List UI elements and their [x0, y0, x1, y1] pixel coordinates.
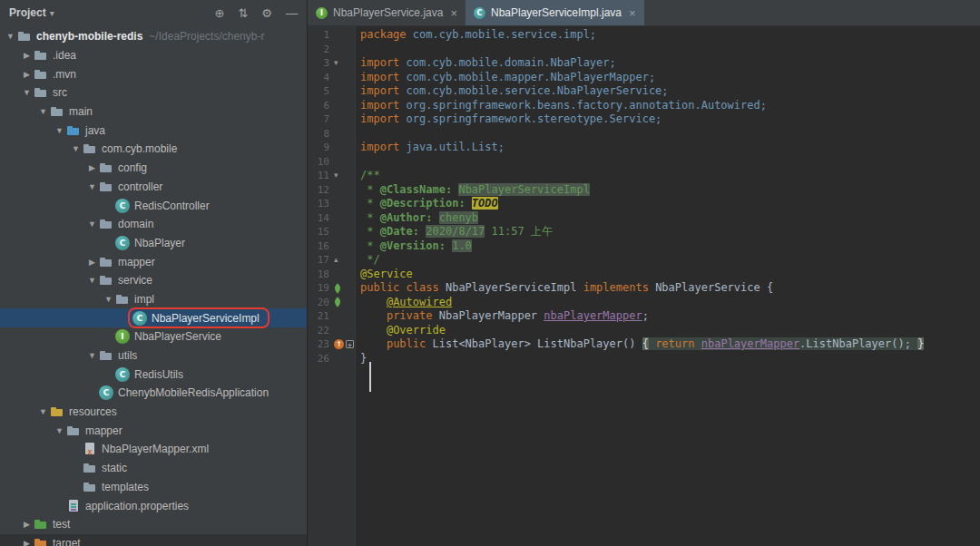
code-line[interactable]: private NbaPlayerMapper nbaPlayerMapper; [356, 309, 980, 324]
fold-expand-icon[interactable]: + [346, 340, 354, 348]
fold-chevron-down-icon[interactable]: ▾ [334, 59, 338, 67]
line-number[interactable]: 26 [308, 353, 329, 365]
close-tab-icon[interactable]: × [450, 7, 457, 19]
code-line[interactable]: @Service [356, 268, 980, 282]
tree-item-chenybmobileredisapplication[interactable]: ChenybMobileRedisApplication [0, 384, 307, 403]
chevron-expanded-icon[interactable]: ▼ [102, 295, 115, 304]
code-line[interactable]: * @Description: TODO [356, 197, 980, 211]
tree-item-java[interactable]: ▼java [0, 121, 307, 140]
tree-item-src[interactable]: ▼src [0, 83, 307, 102]
chevron-expanded-icon[interactable]: ▼ [69, 144, 83, 153]
code-line[interactable] [356, 155, 980, 170]
tree-item-rediscontroller[interactable]: RedisController [0, 196, 307, 215]
line-number[interactable]: 22 [308, 325, 329, 336]
code-line[interactable]: import org.springframework.beans.factory… [356, 99, 980, 113]
tree-item-test[interactable]: ▶test [0, 515, 307, 534]
code-line[interactable]: import com.cyb.mobile.mapper.NbaPlayerMa… [356, 71, 980, 85]
sort-filter-icon[interactable]: ⇅ [238, 7, 248, 19]
line-number[interactable]: 9 [308, 141, 329, 153]
code-line[interactable]: import java.util.List; [356, 141, 980, 155]
line-number[interactable]: 15 [308, 226, 329, 238]
chevron-expanded-icon[interactable]: ▼ [85, 351, 99, 360]
chevron-expanded-icon[interactable]: ▼ [53, 126, 66, 135]
line-number[interactable]: 13 [308, 198, 329, 210]
code-line[interactable]: * @Date: 2020/8/17 11:57 上午 [356, 225, 980, 239]
line-number[interactable]: 19 [308, 282, 329, 294]
line-number[interactable]: 17 [308, 254, 329, 266]
tree-item-target[interactable]: ▶target [0, 534, 307, 546]
code-line[interactable]: } [356, 352, 980, 366]
line-number[interactable]: 2 [308, 44, 329, 55]
tree-item-service[interactable]: ▼service [0, 271, 307, 290]
line-number[interactable]: 1 [308, 29, 329, 41]
code-line[interactable]: * @ClassName: NbaPlayerServiceImpl [356, 183, 980, 198]
line-number[interactable]: 4 [308, 72, 329, 83]
code-line[interactable]: /** [356, 169, 980, 183]
hide-panel-icon[interactable]: — [286, 7, 298, 19]
tree-item-resources[interactable]: ▼resources [0, 403, 307, 422]
spring-bean-icon[interactable] [332, 283, 342, 293]
tree-item-mvn[interactable]: ▶.mvn [0, 64, 307, 83]
line-number[interactable]: 7 [308, 113, 329, 125]
line-number[interactable]: 18 [308, 268, 329, 280]
tree-item-impl[interactable]: ▼impl [0, 290, 307, 309]
tree-item-com-cyb-mobile[interactable]: ▼com.cyb.mobile [0, 140, 307, 159]
chevron-expanded-icon[interactable]: ▼ [36, 107, 50, 116]
code-line[interactable]: import com.cyb.mobile.service.NbaPlayerS… [356, 84, 980, 99]
tree-item-nbaplayerserviceimpl[interactable]: NbaPlayerServiceImpl [0, 308, 307, 327]
code-line[interactable]: * @Author: chenyb [356, 211, 980, 226]
tree-item-redisutils[interactable]: RedisUtils [0, 365, 307, 384]
chevron-expanded-icon[interactable]: ▼ [36, 407, 50, 416]
line-number[interactable]: 8 [308, 128, 329, 140]
chevron-expanded-icon[interactable]: ▼ [85, 219, 99, 229]
tab-nbaplayerserviceimpl-java[interactable]: NbaPlayerServiceImpl.java× [466, 0, 644, 25]
code-line[interactable]: * @Versiion: 1.0 [356, 239, 980, 254]
code-line[interactable]: public List<NbaPlayer> ListNbaPlayer() {… [356, 337, 980, 352]
line-number[interactable]: 5 [308, 85, 329, 97]
line-number[interactable]: 10 [308, 156, 329, 168]
spring-bean-icon[interactable] [332, 297, 342, 307]
fold-chevron-down-icon[interactable]: ▾ [334, 171, 338, 180]
chevron-collapsed-icon[interactable]: ▶ [20, 51, 34, 60]
tree-item-utils[interactable]: ▼utils [0, 346, 307, 366]
tree-item-idea[interactable]: ▶.idea [0, 46, 307, 65]
tree-item-application-properties[interactable]: application.properties [0, 496, 307, 515]
code-line[interactable]: @Override [356, 324, 980, 338]
scope-settings-icon[interactable]: ⊕ [215, 7, 225, 19]
tree-item-mapper[interactable]: ▶mapper [0, 252, 307, 271]
tree-item-main[interactable]: ▼main [0, 102, 307, 122]
close-tab-icon[interactable]: × [629, 7, 636, 19]
chevron-expanded-icon[interactable]: ▼ [85, 182, 99, 191]
chevron-collapsed-icon[interactable]: ▶ [85, 163, 99, 172]
chevron-expanded-icon[interactable]: ▼ [20, 88, 34, 97]
chevron-collapsed-icon[interactable]: ▶ [20, 520, 34, 529]
tree-item-nbaplayer[interactable]: NbaPlayer [0, 234, 307, 253]
line-number[interactable]: 3 [308, 57, 329, 69]
line-number[interactable]: 11 [308, 170, 329, 181]
tree-item-templates[interactable]: templates [0, 478, 307, 497]
line-number[interactable]: 16 [308, 240, 329, 252]
code-line[interactable] [356, 43, 980, 57]
line-number[interactable]: 14 [308, 212, 329, 224]
chevron-collapsed-icon[interactable]: ▶ [20, 539, 34, 546]
code-line[interactable]: */ [356, 253, 980, 268]
chevron-expanded-icon[interactable]: ▼ [85, 276, 99, 285]
line-number[interactable]: 23 [308, 338, 329, 350]
tree-item-mapper[interactable]: ▼mapper [0, 421, 307, 440]
settings-gear-icon[interactable]: ⚙ [261, 7, 272, 19]
tree-item-config[interactable]: ▶config [0, 159, 307, 178]
chevron-expanded-icon[interactable]: ▼ [4, 32, 17, 41]
implemented-marker-icon[interactable]: ↑ [334, 339, 344, 349]
tree-item-nbaplayerservice[interactable]: NbaPlayerService [0, 327, 307, 346]
code-line[interactable]: package com.cyb.mobile.service.impl; [356, 28, 980, 43]
line-number[interactable]: 21 [308, 310, 329, 322]
tree-item-domain[interactable]: ▼domain [0, 215, 307, 234]
chevron-collapsed-icon[interactable]: ▶ [20, 70, 34, 79]
fold-chevron-up-icon[interactable]: ▴ [334, 256, 338, 264]
code-line[interactable]: public class NbaPlayerServiceImpl implem… [356, 281, 980, 296]
line-number[interactable]: 20 [308, 297, 329, 308]
code-line[interactable] [356, 127, 980, 141]
code-line[interactable]: import org.springframework.stereotype.Se… [356, 112, 980, 127]
editor-code[interactable]: package com.cyb.mobile.service.impl;impo… [356, 26, 980, 546]
code-line[interactable]: @Autowired [356, 296, 980, 310]
